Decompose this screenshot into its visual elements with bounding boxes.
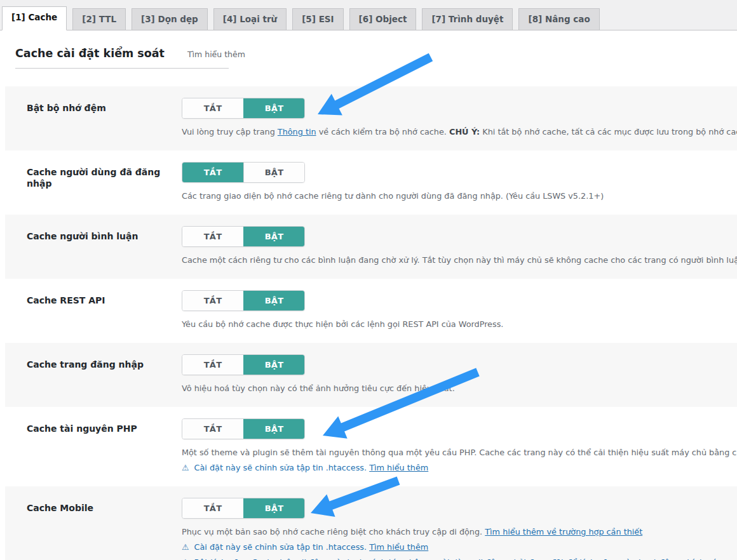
toggle-off-button[interactable]: TẮT <box>182 498 243 518</box>
page-title: Cache cài đặt kiểm soát <box>15 47 165 60</box>
setting-control: TẮTBẬTVô hiệu hoá tùy chọn này có thể ản… <box>182 354 737 394</box>
toggle-off-button[interactable]: TẮT <box>182 291 243 310</box>
setting-control: TẮTBẬTPhục vụ một bản sao bộ nhớ cache r… <box>182 498 737 560</box>
setting-description: Một số theme và plugin sẽ thêm tài nguyê… <box>182 447 737 458</box>
toggle-on-button[interactable]: BẬT <box>243 163 304 182</box>
description-text: Một số theme và plugin sẽ thêm tài nguyê… <box>182 448 737 457</box>
learn-more-link[interactable]: Tìm hiểu thêm <box>369 463 428 472</box>
setting-control: TẮTBẬTCác trang giao diện bộ nhớ cache r… <box>182 162 737 202</box>
setting-row: Cache người bình luậnTẮTBẬTCache một các… <box>5 215 737 279</box>
setting-description: Phục vụ một bản sao bộ nhớ cache riêng b… <box>182 526 737 538</box>
setting-row: Bật bộ nhớ đệmTẮTBẬTVui lòng truy cập tr… <box>5 86 737 150</box>
toggle-off-button[interactable]: TẮT <box>182 355 243 375</box>
description-text: Bật tính năng Cache trên di động và danh… <box>191 557 721 560</box>
description-text: Cài đặt này sẽ chỉnh sửa tập tin .htacce… <box>191 542 369 552</box>
description-text: Phục vụ một bản sao bộ nhớ cache riêng b… <box>182 527 485 537</box>
description-text: Các trang giao diện bộ nhớ cache riêng t… <box>182 191 604 201</box>
tab-trinh-duyet[interactable]: [7] Trình duyệt <box>422 8 513 30</box>
setting-description: Các trang giao diện bộ nhớ cache riêng t… <box>182 190 737 202</box>
description-text: Vui lòng truy cập trang <box>182 127 278 137</box>
setting-label: Cache người bình luận <box>27 226 182 266</box>
toggle-on-button[interactable]: BẬT <box>243 355 304 375</box>
section-heading: Cache cài đặt kiểm soát Tìm hiểu thêm <box>15 47 229 69</box>
tab-don-dep[interactable]: [3] Dọn dẹp <box>132 8 208 30</box>
tab-cache[interactable]: [1] Cache <box>2 6 67 30</box>
toggle-off-button[interactable]: TẮT <box>182 98 243 118</box>
setting-warning-note: ⚠ Cài đặt này sẽ chỉnh sửa tập tin .htac… <box>182 462 737 474</box>
tab-loai-tru[interactable]: [4] Loại trừ <box>213 8 287 30</box>
setting-description: Vui lòng truy cập trang Thông tin về các… <box>182 126 737 138</box>
toggle-off-button[interactable]: TẮT <box>182 227 243 246</box>
description-text: về cách kiểm tra bộ nhớ cache. <box>316 127 449 137</box>
setting-label: Cache người dùng đã đăng nhập <box>27 162 182 202</box>
toggle-on-button[interactable]: BẬT <box>243 291 304 310</box>
setting-control: TẮTBẬTYêu cầu bộ nhớ cache được thực hiệ… <box>182 290 737 330</box>
setting-control: TẮTBẬTMột số theme và plugin sẽ thêm tài… <box>182 418 737 474</box>
description-text: Vô hiệu hoá tùy chọn này có thể ảnh hưởn… <box>182 383 455 393</box>
learn-more-link[interactable]: Thông tin <box>278 127 316 137</box>
onoff-toggle: TẮTBẬT <box>182 498 305 519</box>
note-emphasis: CHÚ Ý: <box>449 127 480 137</box>
tab-bar: [1] Cache[2] TTL[3] Dọn dẹp[4] Loại trừ[… <box>0 0 737 30</box>
onoff-toggle: TẮTBẬT <box>182 226 305 247</box>
setting-row: Cache trang đăng nhậpTẮTBẬTVô hiệu hoá t… <box>5 343 737 407</box>
warning-icon: ⚠ <box>182 463 189 472</box>
tab-ttl[interactable]: [2] TTL <box>72 8 126 30</box>
setting-control: TẮTBẬTCache một cách riêng tư cho các bì… <box>182 226 737 266</box>
learn-more-link[interactable]: Tìm hiểu thêm về trường hợp cần thiết <box>485 527 642 537</box>
setting-row: Cache MobileTẮTBẬTPhục vụ một bản sao bộ… <box>5 486 737 560</box>
toggle-on-button[interactable]: BẬT <box>243 227 304 246</box>
setting-warning-note: ⚠ Cài đặt này sẽ chỉnh sửa tập tin .htac… <box>182 542 737 553</box>
settings-list: Bật bộ nhớ đệmTẮTBẬTVui lòng truy cập tr… <box>5 86 737 560</box>
onoff-toggle: TẮTBẬT <box>182 290 305 311</box>
toggle-off-button[interactable]: TẮT <box>182 163 243 182</box>
toggle-off-button[interactable]: TẮT <box>182 419 243 439</box>
setting-label: Cache tài nguyên PHP <box>27 418 182 474</box>
setting-row: Cache tài nguyên PHPTẮTBẬTMột số theme v… <box>5 407 737 486</box>
setting-control: TẮTBẬTVui lòng truy cập trang Thông tin … <box>182 98 737 138</box>
setting-label: Cache REST API <box>27 290 182 330</box>
warning-icon: ⚠ <box>182 542 189 552</box>
setting-row: Cache REST APITẮTBẬTYêu cầu bộ nhớ cache… <box>5 279 737 343</box>
tab-object[interactable]: [6] Object <box>349 8 417 30</box>
warning-icon: ⚠ <box>182 557 189 560</box>
learn-more-link[interactable]: Tìm hiểu thêm <box>369 542 428 552</box>
onoff-toggle: TẮTBẬT <box>182 354 305 375</box>
setting-warning-note: ⚠ Bật tính năng Cache trên di động và da… <box>182 557 737 560</box>
setting-label: Cache trang đăng nhập <box>27 354 182 394</box>
toggle-on-button[interactable]: BẬT <box>243 498 304 518</box>
header-learn-more-link[interactable]: Tìm hiểu thêm <box>187 50 245 59</box>
tab-nang-cao[interactable]: [8] Nâng cao <box>518 8 599 30</box>
setting-description: Yêu cầu bộ nhớ cache được thực hiện bởi … <box>182 319 737 330</box>
tab-esi[interactable]: [5] ESI <box>292 8 343 30</box>
description-text: Khi tắt bộ nhớ cache, tất cả các mục đượ… <box>480 127 737 137</box>
setting-label: Cache Mobile <box>27 498 182 560</box>
onoff-toggle: TẮTBẬT <box>182 162 305 183</box>
onoff-toggle: TẮTBẬT <box>182 418 305 439</box>
description-text: Cache một cách riêng tư cho các bình luậ… <box>182 255 737 265</box>
description-text: Cài đặt này sẽ chỉnh sửa tập tin .htacce… <box>191 463 369 472</box>
setting-description: Vô hiệu hoá tùy chọn này có thể ảnh hưởn… <box>182 383 737 394</box>
setting-description: Cache một cách riêng tư cho các bình luậ… <box>182 255 737 266</box>
setting-row: Cache người dùng đã đăng nhậpTẮTBẬTCác t… <box>5 150 737 215</box>
description-text: Yêu cầu bộ nhớ cache được thực hiện bởi … <box>182 319 503 329</box>
toggle-on-button[interactable]: BẬT <box>243 98 304 118</box>
setting-label: Bật bộ nhớ đệm <box>27 98 182 138</box>
toggle-on-button[interactable]: BẬT <box>243 419 304 439</box>
onoff-toggle: TẮTBẬT <box>182 98 305 119</box>
